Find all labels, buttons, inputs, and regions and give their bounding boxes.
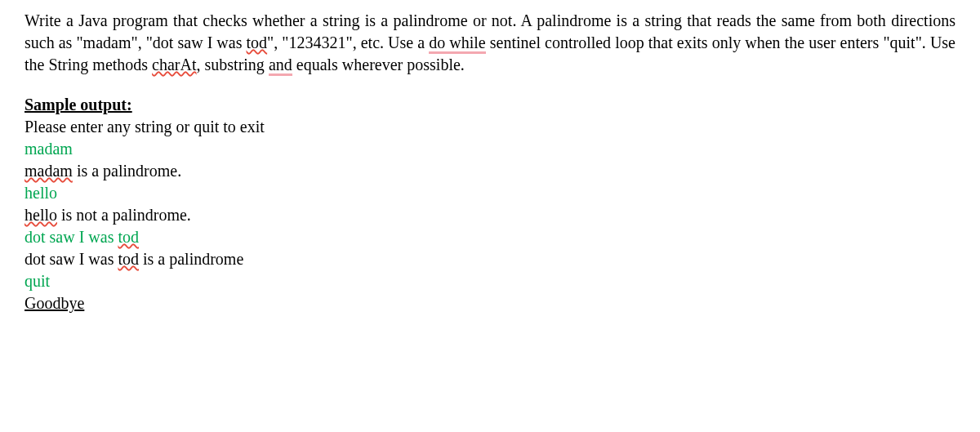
sample-result-2b: is not a palindrome. [57, 206, 191, 224]
sample-input-3a: dot saw I was [24, 228, 118, 246]
sample-result-1b: is a palindrome. [73, 162, 181, 180]
sample-result-2: hello is not a palindrome. [24, 204, 956, 226]
sample-result-3: dot saw I was tod is a palindrome [24, 248, 956, 270]
grammar-dowhile: do while [429, 33, 486, 54]
sample-result-3a: dot saw I was [24, 250, 118, 268]
spellcheck-tod: tod [247, 33, 268, 51]
grammar-and: and [269, 56, 292, 76]
problem-part1b: ", "1234321", etc. Use a [267, 33, 429, 51]
spellcheck-madam: madam [24, 162, 73, 180]
spellcheck-tod2: tod [118, 228, 139, 246]
sample-input-4: quit [24, 270, 956, 292]
spellcheck-hello: hello [24, 206, 57, 224]
sample-input-1: madam [24, 138, 956, 160]
sample-result-3c: is a palindrome [139, 250, 243, 268]
problem-statement: Write a Java program that checks whether… [24, 10, 956, 76]
sample-input-2: hello [24, 182, 956, 204]
sample-output-heading: Sample output: [24, 96, 132, 114]
sample-result-1: madam is a palindrome. [24, 160, 956, 182]
sample-input-3: dot saw I was tod [24, 226, 956, 248]
sample-prompt: Please enter any string or quit to exit [24, 116, 956, 138]
problem-part2b: , substring [197, 56, 269, 73]
problem-part2c: equals wherever possible. [292, 56, 465, 73]
spellcheck-tod3: tod [118, 250, 139, 268]
sample-output-block: Sample output: Please enter any string o… [24, 94, 956, 314]
spellcheck-charat: charAt [152, 56, 196, 73]
goodbye-underline: Goodbye [24, 294, 84, 312]
sample-result-4: Goodbye [24, 292, 956, 314]
